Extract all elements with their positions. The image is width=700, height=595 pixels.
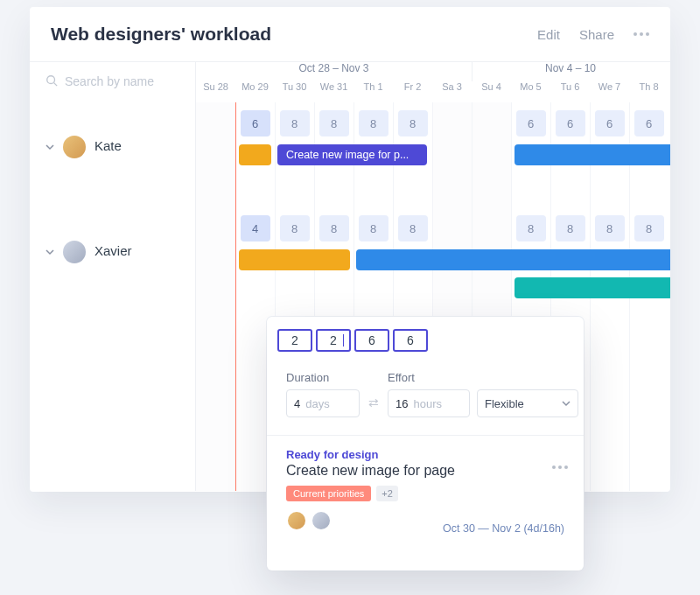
effort-field: Effort 16 hours bbox=[388, 371, 470, 417]
task-bar[interactable] bbox=[514, 144, 670, 165]
person-row-xavier[interactable]: Xavier bbox=[30, 227, 195, 332]
task-label: Create new image for p... bbox=[286, 149, 409, 161]
day-effort-cell[interactable]: 2 bbox=[316, 329, 351, 352]
day-column-header: Tu 30 bbox=[275, 81, 314, 102]
day-column-header: Mo 29 bbox=[235, 81, 275, 102]
capacity-cell[interactable] bbox=[432, 109, 472, 137]
capacity-cell[interactable]: 8 bbox=[590, 214, 629, 242]
link-icon[interactable]: ⇄ bbox=[367, 380, 381, 410]
task-bar[interactable] bbox=[239, 144, 271, 165]
card-header: Web designers' workload Edit Share bbox=[30, 7, 670, 61]
day-column-header: Su 28 bbox=[196, 81, 235, 102]
tag[interactable]: Current priorities bbox=[286, 486, 371, 501]
chevron-down-icon bbox=[46, 248, 54, 256]
capacity-cell[interactable]: 8 bbox=[550, 214, 590, 242]
chevron-down-icon bbox=[46, 143, 54, 151]
day-column-header: We 7 bbox=[590, 81, 629, 102]
day-effort-cell[interactable]: 2 bbox=[277, 329, 312, 352]
svg-point-0 bbox=[47, 76, 55, 84]
capacity-cell[interactable]: 8 bbox=[511, 214, 550, 242]
capacity-cell[interactable]: 8 bbox=[314, 214, 354, 242]
capacity-cell[interactable]: 6 bbox=[511, 109, 550, 137]
capacity-cell[interactable] bbox=[196, 109, 235, 137]
avatar bbox=[63, 241, 86, 263]
day-effort-cell[interactable]: 6 bbox=[393, 329, 428, 352]
task-name[interactable]: Create new image for page bbox=[286, 463, 564, 479]
chevron-down-icon bbox=[562, 399, 570, 408]
capacity-cell[interactable]: 8 bbox=[393, 109, 432, 137]
capacity-cell[interactable] bbox=[472, 214, 511, 242]
day-column-header: Sa 3 bbox=[432, 81, 472, 102]
person-row-kate[interactable]: Kate bbox=[30, 122, 195, 227]
mode-field: Flexible bbox=[477, 371, 578, 417]
capacity-cell[interactable]: 4 bbox=[235, 214, 275, 242]
effort-per-day-editor: 2 2 6 6 bbox=[267, 317, 584, 352]
sidebar: Search by name Kate Xavier bbox=[30, 62, 196, 491]
avatar[interactable] bbox=[311, 510, 332, 531]
task-bar[interactable] bbox=[356, 249, 670, 270]
row-kate: 688886666 Create new image for p... bbox=[196, 102, 670, 207]
capacity-cell[interactable]: 8 bbox=[354, 214, 393, 242]
search-input[interactable]: Search by name bbox=[30, 62, 195, 122]
avatar[interactable] bbox=[286, 510, 307, 531]
task-bar-focused[interactable]: Create new image for p... bbox=[277, 144, 427, 165]
week-range: Oct 28 – Nov 3 bbox=[196, 62, 472, 81]
capacity-cell[interactable]: 6 bbox=[550, 109, 590, 137]
day-column-header: Mo 5 bbox=[511, 81, 550, 102]
capacity-cell[interactable]: 6 bbox=[590, 109, 629, 137]
header-actions: Edit Share bbox=[537, 27, 649, 42]
edit-button[interactable]: Edit bbox=[537, 27, 560, 42]
day-column-header: Tu 6 bbox=[550, 81, 590, 102]
duration-input[interactable]: 4 days bbox=[286, 389, 360, 417]
person-name: Xavier bbox=[94, 243, 132, 258]
more-icon[interactable] bbox=[634, 32, 649, 36]
duration-field: Duration 4 days bbox=[286, 371, 360, 417]
search-placeholder: Search by name bbox=[65, 74, 154, 88]
capacity-cell[interactable] bbox=[196, 214, 235, 242]
task-popover: 2 2 6 6 Duration 4 days ⇄ Effort 16 hour… bbox=[267, 317, 584, 570]
day-effort-cell[interactable]: 6 bbox=[354, 329, 389, 352]
capacity-cell[interactable]: 6 bbox=[629, 109, 668, 137]
capacity-cell[interactable]: 6 bbox=[235, 109, 275, 137]
task-status[interactable]: Ready for design bbox=[286, 448, 564, 461]
person-name: Kate bbox=[94, 138, 122, 153]
week-range: Nov 4 – 10 bbox=[472, 62, 668, 81]
task-bar[interactable] bbox=[239, 249, 350, 270]
task-bar[interactable] bbox=[514, 277, 670, 298]
day-column-header: Th 1 bbox=[354, 81, 393, 102]
svg-line-1 bbox=[54, 83, 58, 87]
more-icon[interactable] bbox=[552, 466, 568, 469]
share-button[interactable]: Share bbox=[579, 27, 614, 42]
capacity-cell[interactable]: 8 bbox=[275, 214, 314, 242]
field-label: Effort bbox=[388, 371, 470, 384]
capacity-cell[interactable]: 8 bbox=[393, 214, 432, 242]
tag-more[interactable]: +2 bbox=[376, 486, 398, 501]
row-xavier: 488888888 bbox=[196, 207, 670, 312]
capacity-cell[interactable] bbox=[432, 214, 472, 242]
capacity-cell[interactable]: 8 bbox=[314, 109, 354, 137]
search-icon bbox=[46, 74, 58, 87]
effort-input[interactable]: 16 hours bbox=[388, 389, 470, 417]
task-tags: Current priorities +2 bbox=[286, 486, 564, 501]
day-header: Su 28Mo 29Tu 30We 31Th 1Fr 2Sa 3Su 4Mo 5… bbox=[196, 81, 670, 102]
day-column-header: Su 4 bbox=[472, 81, 511, 102]
avatar bbox=[63, 136, 86, 158]
day-column-header: Fr 2 bbox=[393, 81, 432, 102]
field-label: Duration bbox=[286, 371, 360, 384]
capacity-cell[interactable]: 8 bbox=[629, 214, 668, 242]
day-column-header: We 31 bbox=[314, 81, 354, 102]
day-column-header: Th 8 bbox=[629, 81, 668, 102]
field-label bbox=[477, 371, 578, 384]
capacity-cell[interactable]: 8 bbox=[275, 109, 314, 137]
capacity-cell[interactable]: 8 bbox=[354, 109, 393, 137]
task-details: Ready for design Create new image for pa… bbox=[267, 436, 584, 531]
mode-select[interactable]: Flexible bbox=[477, 389, 578, 417]
page-title: Web designers' workload bbox=[51, 24, 271, 45]
week-header: Oct 28 – Nov 3 Nov 4 – 10 bbox=[196, 62, 670, 81]
capacity-cell[interactable] bbox=[472, 109, 511, 137]
task-dates: Oct 30 — Nov 2 (4d/16h) bbox=[443, 522, 564, 535]
